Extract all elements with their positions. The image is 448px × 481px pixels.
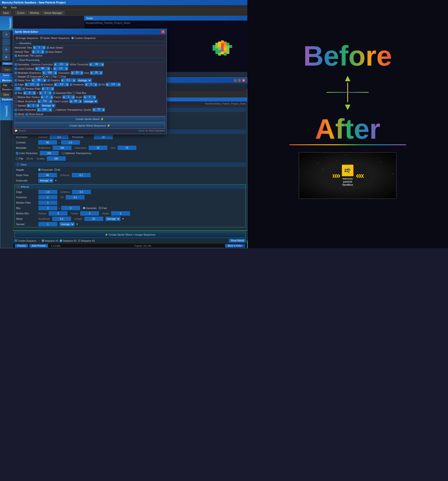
- blur-check[interactable]: ✓ Blur: [15, 91, 22, 94]
- posterize-stepper[interactable]: ◂ 2 ▸: [85, 83, 97, 86]
- median-check[interactable]: ✓ Median Filter: [22, 87, 41, 90]
- tab-sprite-sheet-seq[interactable]: Sprite Sheet Sequence: [40, 37, 70, 39]
- posterize-check[interactable]: ✓ Posterize: [70, 83, 84, 86]
- local-contrast-check[interactable]: ✓ Local Contrast: [15, 67, 34, 70]
- show-result-btn[interactable]: Show Result: [229, 239, 246, 242]
- grayscale-select[interactable]: Average: [38, 178, 53, 183]
- radius-stepper[interactable]: ◂ 2 ▸: [41, 95, 53, 99]
- angle-stepper[interactable]: ◂ 0 ▸: [83, 95, 96, 99]
- oil-val-2[interactable]: 0.1: [66, 195, 84, 199]
- average-select[interactable]: Average: [77, 78, 92, 82]
- flip-check[interactable]: Flip: [49, 75, 57, 78]
- h-tiles-down[interactable]: ◂: [33, 46, 36, 50]
- show-result-check[interactable]: ✓ Show Result: [25, 113, 43, 116]
- edge-stepper[interactable]: ◂ 1.0 ▸: [25, 83, 40, 86]
- contrast-val2[interactable]: 1.0: [61, 140, 80, 144]
- wave-dropdown-icon[interactable]: ▼: [122, 217, 124, 220]
- normalize-check[interactable]: ✓ Normalize: [15, 63, 29, 66]
- create-sequence-btn[interactable]: Create Sprite Sheet Sequence ⚡: [15, 123, 165, 129]
- fast-blur-check[interactable]: Fast Blur: [73, 91, 86, 94]
- v-tiles-down[interactable]: ◂: [32, 50, 35, 54]
- file-menu-2[interactable]: File: [1, 83, 9, 87]
- lc-stepper2[interactable]: ◂ 1.0 ▸: [53, 67, 68, 70]
- spread-dropdown-icon[interactable]: ▼: [76, 223, 78, 225]
- fast-radio[interactable]: Fast: [99, 207, 107, 210]
- radio-custom-seq[interactable]: [71, 37, 74, 39]
- emboss-check[interactable]: ✓ Emboss: [41, 83, 53, 86]
- amplitude-val-2[interactable]: 5.0: [52, 217, 71, 221]
- grayscale-radio[interactable]: Grayscale: [27, 75, 42, 78]
- spread-val-2[interactable]: 1: [38, 222, 57, 226]
- panel-icon-2[interactable]: ↑: [3, 39, 10, 45]
- save-button[interactable]: Save: [1, 11, 11, 15]
- amplitude-stepper[interactable]: ◂ 5.0 ▸: [37, 99, 52, 103]
- panel-icon-4[interactable]: 🗑: [3, 54, 10, 60]
- factor-val-2[interactable]: 2: [80, 211, 99, 216]
- tab-image-sequence[interactable]: Image Sequence: [16, 37, 38, 39]
- solarize-val-2[interactable]: 0.1: [72, 173, 90, 177]
- modulate-check[interactable]: ✓ Modulate: [15, 71, 28, 74]
- brightness-stepper[interactable]: ◂ 150 ▸: [42, 71, 57, 75]
- color-reduction-check-2[interactable]: ✓ Color Reduction: [16, 152, 37, 155]
- sepia-val-2[interactable]: 80: [38, 173, 57, 177]
- all-radio-2[interactable]: All: [54, 168, 60, 171]
- factor-stepper[interactable]: ◂ 2 ▸: [62, 95, 75, 99]
- motion-blur-check[interactable]: Motion Blur: [15, 96, 31, 98]
- dialog-close-btn[interactable]: ✕: [161, 30, 165, 34]
- wave-check[interactable]: Wave: [15, 100, 24, 103]
- edge-check[interactable]: ✓ Edge: [15, 83, 24, 86]
- h-tiles-stepper[interactable]: ◂ 1 ▸: [33, 46, 45, 50]
- wave-select-2[interactable]: Average: [105, 217, 120, 221]
- length-val-2[interactable]: 20: [84, 217, 103, 221]
- file-menu[interactable]: File: [1, 6, 9, 9]
- flop-check[interactable]: Flop: [58, 75, 66, 78]
- sepia-check[interactable]: ✓ Sepia Tone: [15, 79, 30, 82]
- blur-stepper1[interactable]: ◂ 3 ▸: [23, 91, 36, 95]
- color-reduction-stepper[interactable]: ◂ 255 ▸: [37, 108, 52, 112]
- all-radio[interactable]: All: [43, 75, 48, 78]
- seq3-bottom-tab[interactable]: Sequenz #3: [78, 239, 95, 242]
- minify-check[interactable]: ✓ Minify: [15, 113, 24, 116]
- radio-sprite-sheet-seq[interactable]: [40, 37, 43, 39]
- v-tiles-stepper[interactable]: ◂ 1 ▸: [32, 50, 44, 54]
- gaussian-radio[interactable]: Gaussian: [83, 207, 97, 210]
- v-tiles-up[interactable]: ▸: [42, 50, 44, 54]
- edge-val-2[interactable]: 1.0: [38, 190, 57, 194]
- radius-val-2[interactable]: 2: [49, 211, 67, 216]
- wavelength-stepper[interactable]: ◂ 20 ▸: [69, 99, 82, 103]
- spread-select-2[interactable]: Average: [59, 222, 74, 226]
- process-btn[interactable]: Process: [15, 244, 28, 248]
- spread-check[interactable]: Spread: [15, 104, 26, 107]
- tab-custom-seq[interactable]: Custom Sequence: [71, 37, 96, 39]
- seq1-bottom-tab[interactable]: Sequenz #1: [42, 239, 59, 242]
- abort-icon[interactable]: ⊗: [146, 129, 148, 132]
- negate-check[interactable]: Negate: [15, 75, 26, 78]
- gamma-val[interactable]: 1.0: [57, 63, 66, 66]
- saturation-stepper[interactable]: ◂ 25 ▸: [71, 71, 83, 75]
- dropdown-icon[interactable]: ▼: [55, 179, 57, 182]
- auto-process-btn[interactable]: Auto Process: [29, 244, 48, 248]
- gaussian-check[interactable]: ✓ Gaussian Blur: [52, 91, 72, 94]
- emboss-val-2[interactable]: 0.3: [72, 190, 91, 194]
- scene-tab[interactable]: Scene: [0, 73, 12, 77]
- back-to-editor-btn[interactable]: Back to Editor: [225, 244, 245, 248]
- threshold-val-2[interactable]: 50: [94, 135, 113, 139]
- median-stepper[interactable]: ◂ 1 ▸: [42, 87, 54, 90]
- create-sprite-sheet-btn[interactable]: Create Sprite Sheet ⚡: [15, 116, 165, 122]
- oil-check[interactable]: ✓ Oil: [98, 83, 104, 86]
- panel-icon-1[interactable]: ⚙: [3, 31, 10, 38]
- cursor-button[interactable]: Cursor: [15, 11, 27, 15]
- radio-image-seq[interactable]: [16, 37, 18, 39]
- spread-stepper[interactable]: ◂ 1 ▸: [27, 104, 39, 107]
- auto-detect-v-check[interactable]: ✓ Auto Detect: [45, 50, 62, 53]
- v-tiles-val[interactable]: 1: [35, 50, 42, 54]
- auto-tile-layout-check[interactable]: ✓ Automatic Tile Layout: [15, 54, 42, 57]
- create-sprite-btn[interactable]: ⚡ Create Sprite Sheet + Image Sequence: [15, 232, 246, 238]
- spread-select[interactable]: Average: [40, 104, 55, 107]
- threshold-stepper[interactable]: ◂ 50 ▸: [89, 63, 104, 66]
- wave-select[interactable]: Average: [83, 99, 98, 103]
- hue-stepper[interactable]: ◂ 25 ▸: [90, 71, 103, 75]
- particleeff-tab[interactable]: ParticleEff: [0, 16, 13, 30]
- greyscale-radio-2[interactable]: Greyscale: [38, 168, 53, 171]
- optimize-check[interactable]: Optimize Transparency: [53, 108, 83, 111]
